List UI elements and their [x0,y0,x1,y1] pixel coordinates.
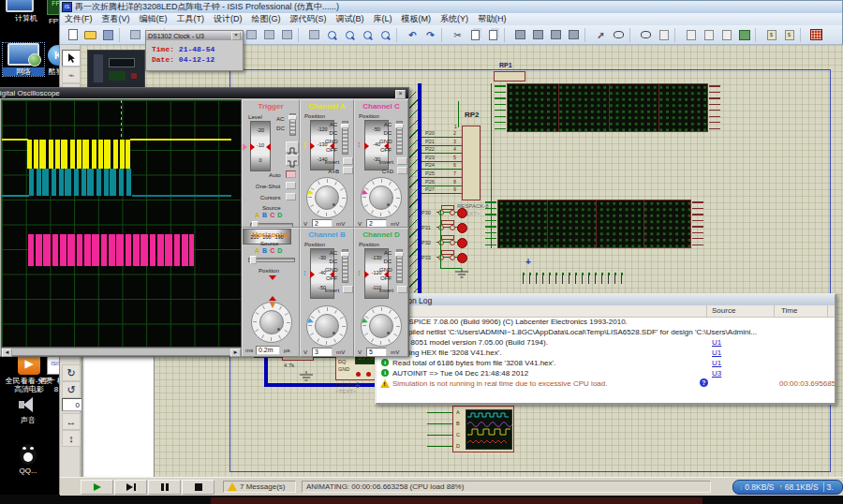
toolbar-bill-of-materials-icon[interactable]: $ [763,27,779,43]
menu-1[interactable]: 查看(V) [97,13,135,25]
coupling-switch-handle[interactable] [395,124,404,128]
source-letter-D[interactable]: D [277,212,285,218]
ds1302-clock-popup[interactable]: DS1302 Clock - U3 × Time: 21-48-54 Date:… [145,30,244,71]
led-matrix-2[interactable] [497,200,691,248]
one-shot-button[interactable] [286,182,296,189]
toolbar-netlist-ares-icon[interactable] [808,27,824,43]
edge-rising-button[interactable] [286,141,299,153]
menu-5[interactable]: 绘图(G) [247,13,286,25]
gain-knob[interactable] [251,302,292,343]
toolbar-paste-icon[interactable] [485,27,501,43]
toolbar-block-delete-icon[interactable] [566,27,582,43]
button-actuator-P30[interactable] [457,208,467,218]
log-help-icon[interactable]: ? [700,378,708,387]
rotate-ccw-button[interactable]: ↺ [62,381,81,398]
toolbar-wire-auto-router-icon[interactable]: ➚ [593,27,609,43]
desktop-icon-sound[interactable]: 声音 [7,395,49,424]
menu-3[interactable]: 工具(T) [172,13,210,25]
ac-dc-switch[interactable] [289,113,296,136]
scroll-right-icon[interactable]: ► [230,348,241,357]
coupling-switch[interactable] [396,121,403,155]
cursors-button[interactable] [286,193,296,200]
log-row[interactable]: iVSM 8051 model version 7.05.00 (Build 7… [377,337,835,348]
button-actuator-P32[interactable] [457,238,467,248]
led-matrix-1[interactable] [507,83,708,132]
coupling-switch[interactable] [342,121,348,155]
toolbar-redo-icon[interactable]: ↷ [422,27,438,43]
header-pin-row[interactable] [523,275,628,284]
toolbar-block-move-icon[interactable] [530,27,546,43]
oscilloscope-component[interactable]: ABCD [452,406,514,452]
messages-field[interactable]: 7 Message(s) [223,481,296,493]
rp2-body[interactable] [462,126,481,200]
log-source-link[interactable]: U1 [712,359,721,367]
position-display[interactable]: -20-100 [250,121,271,171]
log-row[interactable]: iLoading HEX file '3208 V41.hex'.U1 [377,348,835,358]
toolbar-electrical-check-icon[interactable]: $ [781,27,797,43]
toolbar-zoom-in-icon[interactable] [324,27,340,43]
popup-titlebar[interactable]: DS1302 Clock - U3 [146,31,243,40]
scope-scrollbar[interactable]: ◄ ► [1,348,242,356]
rp2-label[interactable]: RP2 [465,111,480,119]
edge-falling-button[interactable] [286,155,299,166]
gain-value-input[interactable]: 2 [312,219,333,228]
simulation-log-window[interactable]: Simulation Log Source Time iPROSPICE 7.0… [375,293,836,405]
stop-button[interactable] [182,480,214,495]
log-row[interactable]: iCompiled netlist 'C:\Users\ADMINI~1.8GC… [377,327,835,337]
source-letter-C[interactable]: C [270,247,277,254]
toolbar-zoom-to-child-icon[interactable] [736,27,752,43]
popup-close-icon[interactable]: × [231,32,241,40]
rp1-label[interactable]: RP1 [499,62,512,68]
toolbar-zoom-area-icon[interactable] [360,27,376,43]
gain-value-input[interactable]: 2 [366,219,387,228]
toolbar-remove-sheet-icon[interactable] [701,27,717,43]
toolbar-redraw-icon[interactable] [306,27,322,43]
log-row[interactable]: !Simulation is not running in real time … [377,378,835,389]
menu-2[interactable]: 编辑(E) [135,13,172,25]
auto-button[interactable] [286,170,296,178]
toolbar-zoom-all-icon[interactable] [377,27,393,43]
coupling-switch-handle[interactable] [395,252,404,257]
menu-11[interactable]: 帮助(H) [473,13,511,25]
gain-knob[interactable] [306,305,348,347]
toolbar-copy-icon[interactable] [467,27,483,43]
toolbar-design-explorer-icon[interactable] [656,27,672,43]
coupling-switch[interactable] [396,249,403,283]
trigger-source-slider-handle[interactable] [252,221,259,228]
log-row[interactable]: iPROSPICE 7.08.00 (Build 9906) (C) Labce… [377,317,835,327]
rotate-cw-button[interactable]: ↻ [62,364,81,381]
source-letter-C[interactable]: C [270,212,277,218]
rp1-body[interactable] [494,71,525,82]
menu-10[interactable]: 系统(Y) [436,13,473,25]
object-selector-panel[interactable] [81,355,155,478]
taskbar[interactable] [0,495,843,504]
toolbar-import-section-icon[interactable] [127,27,143,43]
toolbar-block-copy-icon[interactable] [512,27,528,43]
coupling-switch-handle[interactable] [341,124,349,128]
toolbar-new-file-icon[interactable] [65,27,81,43]
menu-9[interactable]: 模板(M) [397,13,436,25]
desktop-icon-qq[interactable]: QQ... [7,444,49,475]
log-source-link[interactable]: U1 [712,348,721,357]
invert-button[interactable] [397,286,407,293]
desktop-icon-network[interactable]: 网络 [3,43,44,76]
gain-value-input[interactable]: 5 [366,348,387,357]
toolbar-new-sheet-icon[interactable] [683,27,699,43]
toolbar-undo-icon[interactable]: ↶ [405,27,421,43]
toolbar-property-tool-icon[interactable] [638,27,654,43]
mirror-vertical-button[interactable]: ↕ [62,430,81,447]
pause-button[interactable] [148,480,181,495]
toolbar-zoom-out-icon[interactable] [342,27,358,43]
invert-button[interactable] [343,157,353,165]
log-row[interactable]: iAUTOINIT => Tue 04 Dec 21:48:48 2012U3 [377,368,835,378]
scope-titlebar[interactable]: Digital Oscilloscope [0,88,408,98]
component-mode-tool[interactable]: ⌁ [62,67,81,83]
log-row[interactable]: iRead total of 6186 bytes from file '320… [377,358,835,368]
toolbar-block-rotate-icon[interactable] [548,27,564,43]
source-letter-B[interactable]: B [262,247,270,254]
toolbar-save-file-icon[interactable] [100,27,116,43]
rotate-angle-input[interactable]: 0 [62,398,82,411]
menu-8[interactable]: 库(L) [369,13,397,25]
step-button[interactable] [114,480,147,495]
timebase-value-input[interactable]: 0.2m [256,346,280,355]
